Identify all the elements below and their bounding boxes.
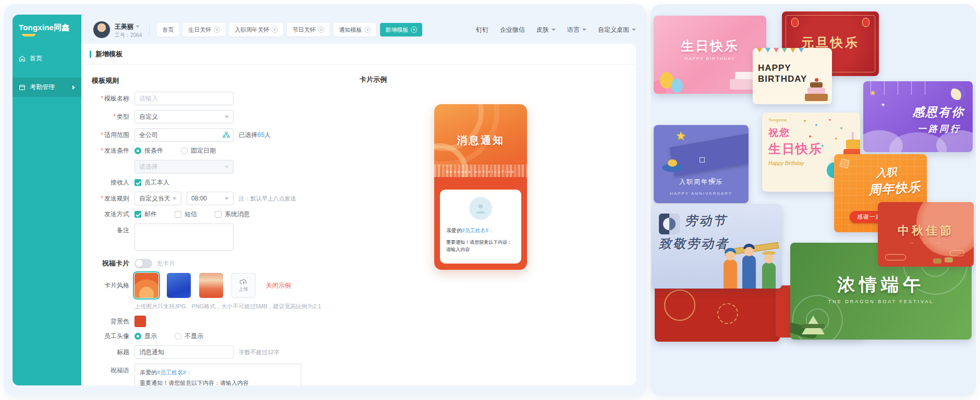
rule-time-select[interactable]: 08:00 <box>187 192 234 205</box>
close-icon[interactable]: × <box>364 27 371 33</box>
row-scope: *适用范围 全公司 已选择65人 <box>83 128 328 142</box>
radio-by-condition[interactable]: 按条件 <box>134 146 163 155</box>
checkbox-icon <box>134 211 141 218</box>
org-tree-icon[interactable] <box>223 131 230 140</box>
checkbox-employee-self[interactable]: 员工本人 <box>134 178 169 187</box>
checkbox-icon <box>215 211 222 218</box>
sidebar: Tongxine同鑫 首页 考勤管理 <box>13 15 81 385</box>
checkbox-sms[interactable]: 短信 <box>175 210 197 219</box>
chevron-down-icon <box>173 197 177 200</box>
menu-custom-desktop[interactable]: 自定义桌面 <box>598 26 636 34</box>
zongzi-decor <box>802 316 825 334</box>
card-style-orange[interactable] <box>134 273 158 298</box>
close-icon[interactable]: × <box>214 27 220 33</box>
radio-hide-avatar[interactable]: 不显示 <box>175 332 203 341</box>
top-menu: 钉钉 企业微信 皮肤 语言 自定义桌面 <box>476 26 636 34</box>
gallery-card-thanks-purple[interactable]: ★ ★ 感恩有你 一路同行 <box>863 81 973 152</box>
tab-label: 首页 <box>162 26 174 34</box>
calendar-small-icon <box>225 166 229 168</box>
card-style-blue[interactable] <box>167 273 191 298</box>
template-form: 模板规则 *模板名称 *类型 自定义 *适用范围 全公司 <box>83 72 328 385</box>
gift-decor <box>839 158 849 168</box>
condition-select[interactable]: 请选择 <box>134 160 234 173</box>
required-star: * <box>101 95 103 102</box>
chevron-down-icon <box>582 29 586 31</box>
person-icon <box>474 202 487 215</box>
scope-input[interactable]: 全公司 <box>134 128 234 142</box>
menu-label: 企业微信 <box>500 26 525 34</box>
upload-button[interactable]: 上传 <box>231 273 255 298</box>
card-subtitle-text: HAPPY BIRTHDAY <box>654 56 766 61</box>
chevron-down-icon <box>632 29 636 31</box>
required-star: * <box>101 147 103 154</box>
card-title-text: 祝您 <box>768 126 790 140</box>
main-content: 新增模板 模板规则 *模板名称 *类型 自定义 *适用范围 <box>81 44 636 385</box>
tab-anniversary-care[interactable]: 入职周年关怀 × <box>229 23 283 36</box>
app-window: Tongxine同鑫 首页 考勤管理 王美丽 工号：2064 <box>4 4 646 396</box>
card-title-input[interactable] <box>134 345 234 359</box>
dots-decor: — · — · — <box>878 241 974 244</box>
rule-day-select[interactable]: 自定义当天 <box>134 192 181 205</box>
checkbox-system-message[interactable]: 系统消息 <box>215 210 250 219</box>
type-select[interactable]: 自定义 <box>134 110 234 123</box>
card-toggle[interactable] <box>134 259 152 268</box>
tab-label: 新增模板 <box>385 26 408 34</box>
close-icon[interactable]: × <box>318 27 324 33</box>
bg-color-swatch[interactable] <box>134 316 146 327</box>
gallery-card-red-fragment-left[interactable] <box>655 279 780 342</box>
field-label: 发送方式 <box>83 210 129 219</box>
lantern-icon <box>791 18 799 27</box>
remark-textarea[interactable] <box>134 223 234 251</box>
tab-birthday-care[interactable]: 生日关怀 × <box>183 23 225 36</box>
user-avatar[interactable] <box>93 21 111 39</box>
menu-label: 语言 <box>567 26 580 34</box>
gallery-card-birthday-pink[interactable]: 生日快乐 HAPPY BIRTHDAY <box>654 16 766 94</box>
tab-notify-template[interactable]: 通知模板 × <box>334 23 376 36</box>
tab-new-template[interactable]: 新增模板 × <box>380 23 422 36</box>
selected-count: 65 <box>258 131 264 139</box>
field-label: 备注 <box>83 226 129 235</box>
user-meta: 王美丽 工号：2064 <box>115 21 142 39</box>
tab-holiday-care[interactable]: 节日关怀 × <box>287 23 329 36</box>
field-label: 接收人 <box>83 178 129 187</box>
card-title-text: 生日快乐 <box>768 141 823 157</box>
tab-label: 生日关怀 <box>188 26 211 34</box>
card-style-red[interactable] <box>199 273 223 298</box>
radio-show-avatar[interactable]: 显示 <box>134 332 157 341</box>
field-label: *发送规则 <box>83 194 129 203</box>
sidebar-item-attendance[interactable]: 考勤管理 <box>13 78 81 97</box>
app-logo-text: Tongxine同鑫 <box>19 23 70 32</box>
field-label: 祝福语 <box>83 366 129 375</box>
field-label: 标题 <box>83 348 129 357</box>
greeting-textarea[interactable]: 亲爱的#员工姓名#： 重要通知！请您留意以下内容：请输入内容 <box>134 364 301 385</box>
field-label: *类型 <box>83 113 129 121</box>
row-bg-color: 背景色 <box>83 316 328 327</box>
card-subtitle-text: Happy Birthday <box>768 160 804 166</box>
row-receiver: 接收人 员工本人 <box>83 178 328 187</box>
user-name[interactable]: 王美丽 <box>115 23 133 30</box>
tab-home[interactable]: 首页 <box>157 23 179 36</box>
close-icon[interactable]: × <box>272 27 278 33</box>
gallery-card-anniversary-blue[interactable]: ★ 入职周年快乐 HAPPY ANNIVERSARY <box>654 125 749 203</box>
rule-note: 注：默认早上八点发送 <box>239 195 296 203</box>
star-icon: ★ <box>881 102 885 107</box>
gallery-card-labor-day[interactable]: 劳动节 致敬劳动者 <box>652 204 782 289</box>
menu-label: 自定义桌面 <box>598 26 629 34</box>
checkbox-icon <box>134 179 141 186</box>
menu-dingtalk[interactable]: 钉钉 <box>476 26 488 34</box>
menu-skin[interactable]: 皮肤 <box>536 26 556 34</box>
menu-wecom[interactable]: 企业微信 <box>500 26 525 34</box>
close-example-link[interactable]: 关闭示例 <box>266 281 291 290</box>
gallery-card-mid-autumn[interactable]: 中秋佳節 — · — · — <box>878 202 974 267</box>
gallery-card-birthday-cream[interactable]: HAPPYBIRTHDAY <box>753 48 832 104</box>
brand-text: Tongxine <box>768 118 787 122</box>
card-style-options: 上传 关闭示例 <box>134 273 291 298</box>
puzzle-decor <box>700 157 705 162</box>
checkbox-email[interactable]: 邮件 <box>134 210 157 219</box>
close-icon[interactable]: × <box>411 27 417 33</box>
template-name-input[interactable] <box>134 92 234 105</box>
menu-language[interactable]: 语言 <box>567 26 586 34</box>
radio-fixed-date[interactable]: 固定日期 <box>181 146 216 155</box>
sidebar-item-home[interactable]: 首页 <box>13 49 81 68</box>
section-title-rules: 模板规则 <box>92 76 328 85</box>
